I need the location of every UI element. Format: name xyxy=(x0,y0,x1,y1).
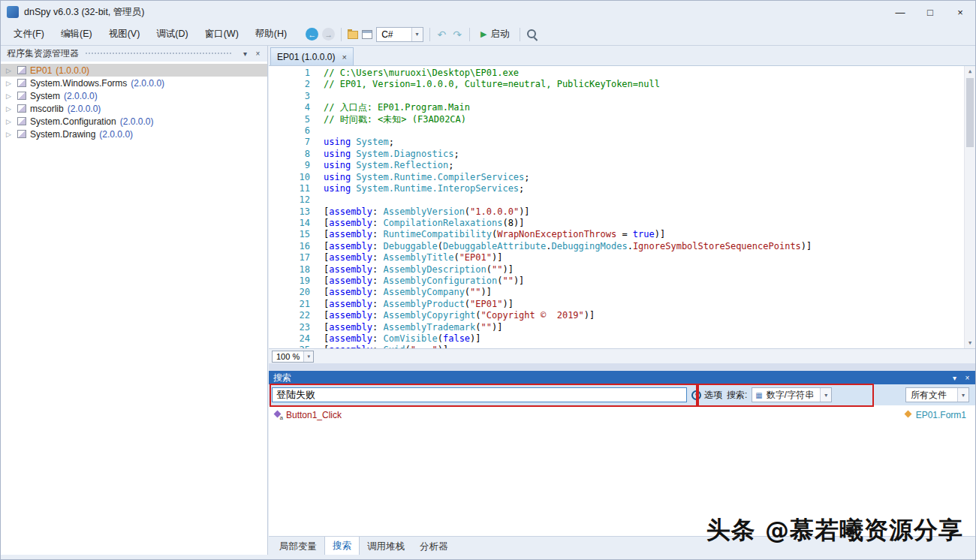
tree-item-System.Configuration[interactable]: ▷System.Configuration(2.0.0.0) xyxy=(1,115,267,128)
chevron-down-icon[interactable]: ▾ xyxy=(820,388,831,402)
code-token: IgnoreSymbolStoreSequencePoints xyxy=(633,241,801,251)
options-label: 选项 xyxy=(704,389,722,402)
tree-item-System.Drawing[interactable]: ▷System.Drawing(2.0.0.0) xyxy=(1,128,267,140)
scroll-up-icon[interactable]: ▲ xyxy=(965,66,975,77)
code-token: : xyxy=(372,264,383,275)
main-area: EP01 (1.0.0.0) × 12345678910111213141516… xyxy=(269,46,975,555)
toolbar: ← → C# ▾ ↶ ↷ ▶ 启动 xyxy=(306,26,538,42)
code-token: : xyxy=(372,206,383,217)
line-number: 19 xyxy=(269,275,310,287)
toolbar-separator xyxy=(469,28,470,41)
panel-close-icon[interactable]: × xyxy=(252,47,264,60)
panel-position-icon[interactable]: ▾ xyxy=(239,47,252,60)
code-line: [assembly: CompilationRelaxations(8)] xyxy=(324,218,963,229)
tab-search[interactable]: 搜索 xyxy=(324,537,360,556)
undo-icon[interactable]: ↶ xyxy=(436,29,448,41)
menu-view[interactable]: 视图(V) xyxy=(101,25,149,44)
code-token: // 入口点: EP01.Program.Main xyxy=(324,102,470,113)
code-token: )] xyxy=(470,333,480,344)
zoom-strip: 100 % ▾ xyxy=(269,348,975,363)
line-number: 5 xyxy=(269,114,310,125)
maximize-button[interactable]: □ xyxy=(915,1,945,23)
zoom-select[interactable]: 100 % ▾ xyxy=(272,351,314,363)
expand-arrow-icon[interactable]: ▷ xyxy=(6,67,14,74)
code-token: "" xyxy=(470,287,480,297)
tree-item-System[interactable]: ▷System(2.0.0.0) xyxy=(1,89,267,102)
code-token: "EP01" xyxy=(459,252,492,263)
minimize-button[interactable]: — xyxy=(885,1,915,23)
search-input[interactable] xyxy=(272,387,687,402)
window-layout-icon[interactable] xyxy=(362,30,372,39)
chevron-down-icon[interactable]: ▾ xyxy=(411,28,423,41)
expand-arrow-icon[interactable]: ▷ xyxy=(6,80,14,87)
expand-arrow-icon[interactable]: ▷ xyxy=(6,105,14,113)
code-line xyxy=(324,91,963,102)
language-select[interactable]: C# ▾ xyxy=(376,27,423,42)
code-token: assembly xyxy=(329,299,372,309)
options-button[interactable]: ▾ 选项 xyxy=(691,389,722,402)
horizontal-splitter[interactable] xyxy=(269,363,975,371)
menu-help[interactable]: 帮助(H) xyxy=(247,25,295,44)
line-number: 3 xyxy=(269,91,310,102)
menu-debug[interactable]: 调试(D) xyxy=(148,25,196,44)
tree-item-System.Windows.Forms[interactable]: ▷System.Windows.Forms(2.0.0.0) xyxy=(1,77,267,89)
code-token: : xyxy=(372,299,383,309)
panel-grip[interactable] xyxy=(85,52,233,56)
code-line: [assembly: AssemblyCompany("")] xyxy=(324,287,963,298)
code-token: false xyxy=(443,333,470,344)
tree-item-mscorlib[interactable]: ▷mscorlib(2.0.0.0) xyxy=(1,102,267,115)
code-token: AssemblyTrademark xyxy=(383,322,475,333)
menu-window[interactable]: 窗口(W) xyxy=(197,25,247,44)
code-token: assembly xyxy=(329,252,372,263)
tab-ep01[interactable]: EP01 (1.0.0.0) × xyxy=(270,47,354,65)
search-icon[interactable] xyxy=(526,29,538,40)
menu-edit[interactable]: 编辑(E) xyxy=(53,25,101,44)
search-for-label: 搜索: xyxy=(727,389,747,402)
panel-position-icon[interactable]: ▾ xyxy=(948,374,961,382)
search-result-row[interactable]: Button1_Click EP01.Form1 xyxy=(273,408,969,421)
code-token: using xyxy=(324,183,351,194)
code-line: using System.Runtime.InteropServices; xyxy=(324,183,963,194)
code-editor[interactable]: 1234567891011121314151617181920212223242… xyxy=(269,65,975,348)
start-button[interactable]: ▶ 启动 xyxy=(476,26,514,42)
close-button[interactable]: × xyxy=(945,1,975,23)
open-file-icon[interactable] xyxy=(348,31,358,39)
tab-close-icon[interactable]: × xyxy=(342,53,346,62)
tab-analyzer[interactable]: 分析器 xyxy=(412,537,456,556)
assembly-explorer-header: 程序集资源管理器 ▾ × xyxy=(1,46,267,62)
line-number: 16 xyxy=(269,241,310,252)
redo-icon[interactable]: ↷ xyxy=(451,29,463,41)
search-panel-title: 搜索 xyxy=(273,372,291,384)
expand-arrow-icon[interactable]: ▷ xyxy=(6,118,14,125)
chevron-down-icon[interactable]: ▾ xyxy=(957,388,968,402)
code-token: ( xyxy=(502,218,508,228)
code-token: : xyxy=(372,333,383,344)
expand-arrow-icon[interactable]: ▷ xyxy=(6,92,14,100)
menu-file[interactable]: 文件(F) xyxy=(5,25,53,44)
file-filter-select[interactable]: 所有文件 ▾ xyxy=(905,387,969,402)
scrollbar-thumb[interactable] xyxy=(966,78,974,147)
expand-arrow-icon[interactable]: ▷ xyxy=(6,131,14,138)
search-panel-header-icons: ▾ × xyxy=(948,374,974,382)
panel-close-icon[interactable]: × xyxy=(961,374,974,382)
code-line: [assembly: RuntimeCompatibility(WrapNonE… xyxy=(324,229,963,240)
navigate-forward-icon[interactable]: → xyxy=(322,28,335,41)
code-line: [assembly: Debuggable(DebuggableAttribut… xyxy=(324,241,963,252)
chevron-down-icon[interactable]: ▾ xyxy=(303,351,313,362)
code-token: assembly xyxy=(329,241,372,251)
vertical-scrollbar[interactable]: ▲ ▼ xyxy=(964,66,975,348)
tab-call-stack[interactable]: 调用堆栈 xyxy=(360,537,412,556)
code-token: "" xyxy=(492,264,502,275)
code-token: RuntimeCompatibility xyxy=(383,229,492,239)
scroll-down-icon[interactable]: ▼ xyxy=(965,338,975,348)
search-type-select[interactable]: ▦ 数字/字符串 ▾ xyxy=(752,387,832,402)
navigate-back-icon[interactable]: ← xyxy=(306,28,318,41)
code-token: assembly xyxy=(329,333,372,344)
tab-locals[interactable]: 局部变量 xyxy=(272,537,324,556)
assembly-icon xyxy=(17,130,26,138)
tree-item-EP01[interactable]: ▷EP01(1.0.0.0) xyxy=(1,64,267,77)
code-line: using System; xyxy=(324,137,963,148)
line-number: 13 xyxy=(269,206,310,218)
code-token: )] xyxy=(514,218,524,228)
code-token: ( xyxy=(438,241,443,251)
